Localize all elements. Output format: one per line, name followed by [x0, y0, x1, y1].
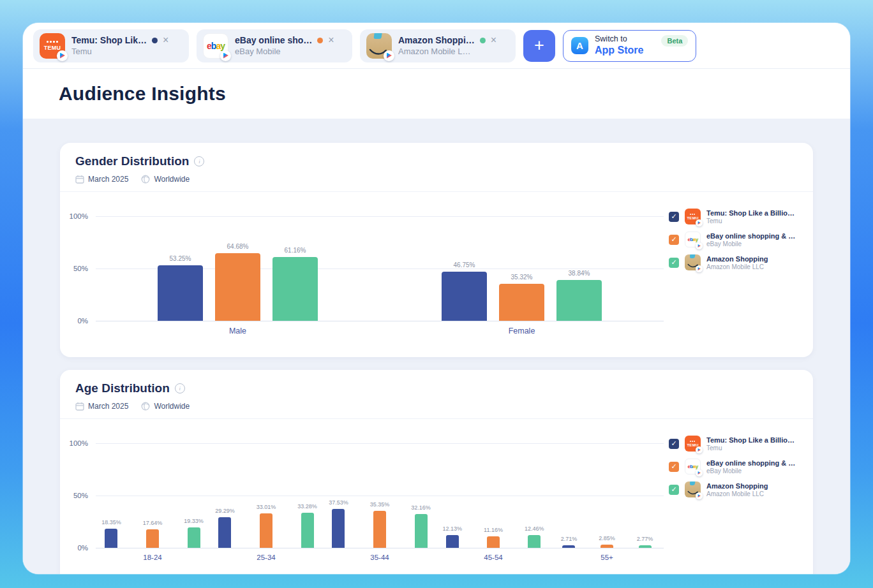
region-filter: Worldwide — [141, 175, 190, 184]
app-tab-ebay[interactable]: ebayeBay online sho…×eBay Mobile — [197, 29, 352, 62]
close-icon[interactable]: × — [328, 35, 334, 45]
chart-bar-ebay[interactable] — [146, 529, 159, 548]
bar-group-Female: 46.75%35.32%38.84% — [380, 216, 664, 321]
bar-group-25-34: 29.29%33.01%33.28% — [209, 443, 323, 548]
chart-bar-temu[interactable] — [105, 529, 117, 548]
chart-bar-temu[interactable] — [158, 265, 203, 321]
chart-bar-ebay[interactable] — [215, 253, 260, 321]
x-category-label: 18-24 — [96, 554, 209, 561]
google-play-badge-icon — [696, 242, 703, 249]
ebay-app-icon: ebay — [685, 232, 701, 247]
bar-value-label: 46.75% — [454, 261, 475, 268]
bar-chart: 100% 50% 0% 18.35%17.64%19.33%29.29%33.0… — [60, 419, 669, 561]
chart-bar-temu[interactable] — [442, 272, 487, 321]
chart-bar-ebay[interactable] — [601, 545, 613, 548]
legend-checkbox[interactable]: ✓ — [669, 258, 679, 268]
bar-value-label: 2.77% — [637, 536, 653, 542]
info-icon[interactable]: i — [175, 383, 185, 393]
temu-app-icon: TEMU — [40, 33, 65, 59]
chart-bar-amazon[interactable] — [639, 545, 652, 548]
status-dot — [317, 38, 323, 43]
google-play-badge-icon — [220, 50, 231, 61]
bar-value-label: 38.84% — [569, 270, 590, 277]
legend-item-amazon: ✓Amazon ShoppingAmazon Mobile LLC — [669, 481, 804, 497]
chart-bar-ebay[interactable] — [487, 536, 500, 548]
tab-subtitle: Amazon Mobile L… — [398, 47, 496, 56]
legend-checkbox[interactable]: ✓ — [669, 235, 679, 245]
legend-checkbox[interactable]: ✓ — [669, 462, 679, 472]
bar-group-Male: 53.25%64.68%61.16% — [96, 216, 380, 321]
bar-value-label: 2.85% — [599, 535, 615, 541]
tab-subtitle: Temu — [71, 47, 168, 56]
globe-icon — [141, 402, 150, 411]
chart-bar-temu[interactable] — [446, 535, 459, 548]
date-filter: March 2025 — [75, 175, 128, 184]
app-tab-temu[interactable]: TEMUTemu: Shop Lik…×Temu — [33, 29, 189, 62]
info-icon[interactable]: i — [194, 156, 204, 166]
card-title: Age Distribution — [75, 381, 170, 395]
chart-bar-temu[interactable] — [562, 545, 575, 548]
legend-checkbox[interactable]: ✓ — [669, 485, 679, 495]
add-app-button[interactable]: + — [523, 30, 555, 62]
x-category-label: Female — [380, 327, 664, 335]
chart-bar-amazon[interactable] — [188, 527, 200, 548]
tab-title: Amazon Shoppi… — [398, 35, 475, 45]
bar-value-label: 17.64% — [143, 520, 163, 526]
google-play-badge-icon — [696, 219, 703, 226]
chart-bar-ebay[interactable] — [499, 284, 544, 321]
legend-checkbox[interactable]: ✓ — [669, 439, 679, 449]
age-distribution-card: Age Distribution i March 2025 Worldwide — [60, 370, 813, 574]
bar-value-label: 61.16% — [285, 247, 306, 254]
google-play-badge-icon — [696, 469, 703, 476]
legend-publisher: Temu — [706, 217, 795, 224]
chart-bar-ebay[interactable] — [373, 511, 386, 548]
close-icon[interactable]: × — [163, 35, 168, 45]
bar-value-label: 12.46% — [525, 526, 544, 532]
chart-bar-amazon[interactable] — [272, 257, 318, 321]
chart-bar-amazon[interactable] — [415, 514, 428, 548]
bar-group-55+: 2.71%2.85%2.77% — [550, 443, 664, 548]
chart-legend: ✓TEMUTemu: Shop Like a Billio…Temu✓ebaye… — [669, 192, 813, 335]
app-tabs: TEMUTemu: Shop Lik…×TemuebayeBay online … — [33, 29, 516, 62]
amazon-app-icon — [685, 481, 701, 497]
card-header: Age Distribution i March 2025 Worldwide — [60, 370, 813, 418]
y-tick: 100% — [60, 439, 88, 447]
status-dot — [152, 38, 158, 43]
chart-bar-ebay[interactable] — [260, 513, 272, 548]
chart-bar-temu[interactable] — [218, 517, 231, 548]
x-category-label: Male — [96, 327, 380, 335]
chart-bar-amazon[interactable] — [556, 280, 602, 321]
gender-distribution-card: Gender Distribution i March 2025 Worldwi… — [60, 143, 813, 357]
card-header: Gender Distribution i March 2025 Worldwi… — [60, 143, 813, 191]
app-store-icon: A — [571, 37, 588, 54]
switch-to-app-store-button[interactable]: A Switch to App Store Beta — [563, 30, 696, 62]
legend-app-name: Amazon Shopping — [706, 482, 768, 490]
tab-title: Temu: Shop Lik… — [71, 35, 147, 45]
close-icon[interactable]: × — [491, 35, 496, 45]
ebay-app-icon: ebay — [685, 459, 701, 474]
app-store-label: App Store — [595, 44, 643, 57]
tape-icon — [373, 33, 382, 39]
bar-group-45-54: 12.13%11.16%12.46% — [436, 443, 550, 548]
bar-value-label: 64.68% — [227, 243, 249, 250]
axis-line — [96, 321, 664, 321]
app-tab-bar: TEMUTemu: Shop Lik…×TemuebayeBay online … — [23, 23, 850, 69]
status-dot — [480, 38, 486, 43]
legend-item-temu: ✓TEMUTemu: Shop Like a Billio…Temu — [669, 209, 804, 224]
bar-value-label: 19.33% — [184, 518, 204, 524]
bar-value-label: 33.28% — [297, 503, 317, 510]
legend-checkbox[interactable]: ✓ — [669, 212, 679, 222]
legend-item-temu: ✓TEMUTemu: Shop Like a Billio…Temu — [669, 436, 804, 452]
chart-bar-amazon[interactable] — [301, 513, 314, 548]
bar-value-label: 37.53% — [329, 499, 348, 506]
bar-value-label: 18.35% — [101, 519, 121, 526]
app-tab-amazon[interactable]: Amazon Shoppi…×Amazon Mobile L… — [360, 29, 516, 62]
google-play-badge-icon — [696, 446, 703, 453]
page-title: Audience Insights — [59, 83, 226, 105]
bar-value-label: 53.25% — [170, 255, 191, 262]
chart-bar-temu[interactable] — [332, 509, 345, 548]
tab-subtitle: eBay Mobile — [235, 47, 334, 56]
switch-to-label: Switch to — [595, 34, 643, 45]
chart-bar-amazon[interactable] — [528, 535, 541, 548]
card-title: Gender Distribution — [75, 154, 189, 168]
